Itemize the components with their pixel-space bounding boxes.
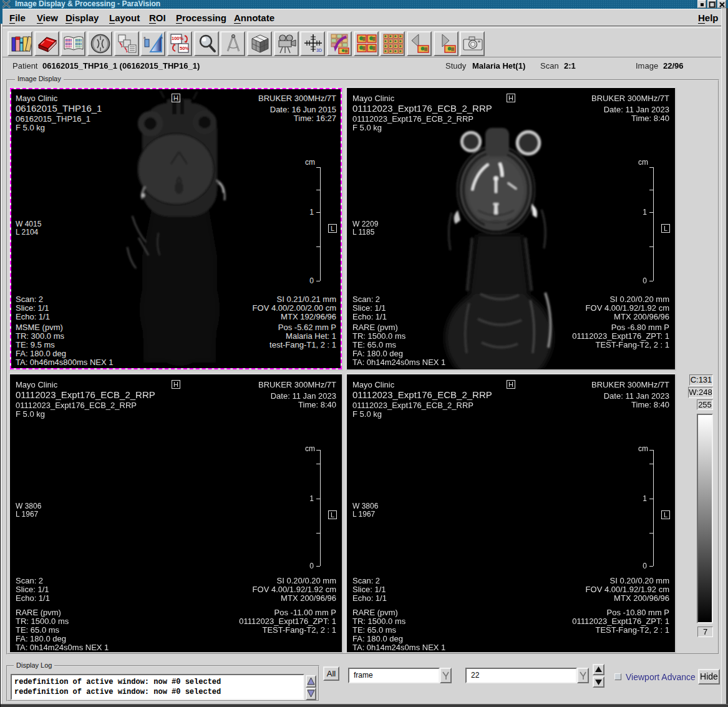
svg-text:a: a — [143, 36, 146, 39]
svg-text:s: s — [161, 36, 163, 39]
svg-text:3D: 3D — [316, 48, 322, 52]
svg-text:100%: 100% — [172, 36, 184, 41]
svg-text:50%: 50% — [180, 46, 189, 51]
